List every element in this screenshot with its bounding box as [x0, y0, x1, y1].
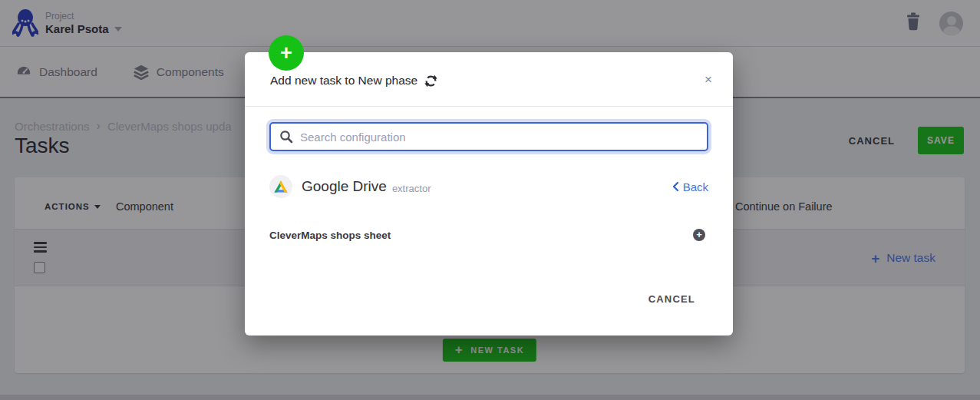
modal-divider — [245, 106, 733, 107]
modal-title-text: Add new task to New phase — [270, 74, 417, 88]
back-link[interactable]: Back — [671, 180, 708, 193]
app-root: Project Karel Psota — [0, 0, 980, 400]
back-link-label: Back — [683, 180, 708, 193]
add-phase-fab-button[interactable]: + — [269, 35, 304, 71]
component-type: extractor — [392, 183, 431, 194]
search-icon — [279, 130, 293, 144]
search-box — [269, 122, 708, 151]
add-circle-icon[interactable]: + — [693, 229, 705, 241]
google-drive-icon — [269, 175, 292, 198]
search-input[interactable] — [300, 131, 698, 144]
add-task-modal: + Add new task to New phase × — [245, 52, 733, 336]
chevron-left-icon — [671, 181, 679, 192]
modal-title: Add new task to New phase — [270, 74, 437, 88]
refresh-icon[interactable] — [424, 74, 437, 88]
component-name: Google Drive — [302, 178, 387, 195]
configuration-name: CleverMaps shops sheet — [269, 230, 391, 241]
modal-cancel-button[interactable]: CANCEL — [648, 293, 695, 305]
configuration-row[interactable]: CleverMaps shops sheet + — [269, 229, 705, 241]
close-icon[interactable]: × — [704, 72, 712, 88]
component-row: Google Drive extractor Back — [269, 175, 708, 198]
